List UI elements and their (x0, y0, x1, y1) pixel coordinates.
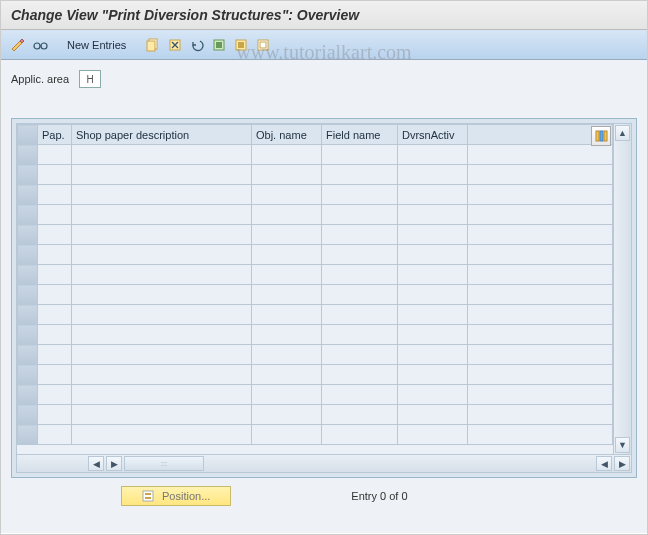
table-row[interactable] (18, 205, 613, 225)
vscroll-track[interactable] (614, 142, 631, 436)
cell-desc[interactable] (72, 205, 252, 225)
cell-dvrsn[interactable] (398, 145, 468, 165)
row-selector[interactable] (18, 385, 38, 405)
cell-obj[interactable] (252, 425, 322, 445)
column-field[interactable]: Field name (322, 125, 398, 145)
cell-field[interactable] (322, 265, 398, 285)
cell-desc[interactable] (72, 145, 252, 165)
cell-pap[interactable] (38, 385, 72, 405)
cell-desc[interactable] (72, 245, 252, 265)
column-obj[interactable]: Obj. name (252, 125, 322, 145)
table-row[interactable] (18, 305, 613, 325)
cell-obj[interactable] (252, 405, 322, 425)
table-row[interactable] (18, 145, 613, 165)
cell-dvrsn[interactable] (398, 305, 468, 325)
glasses-icon[interactable] (31, 36, 49, 54)
cell-desc[interactable] (72, 425, 252, 445)
row-selector[interactable] (18, 225, 38, 245)
cell-field[interactable] (322, 425, 398, 445)
row-selector[interactable] (18, 145, 38, 165)
table-settings-button[interactable] (591, 126, 611, 146)
vertical-scrollbar[interactable]: ▲ ▼ (613, 124, 631, 454)
cell-obj[interactable] (252, 265, 322, 285)
cell-pap[interactable] (38, 285, 72, 305)
row-selector[interactable] (18, 365, 38, 385)
cell-pap[interactable] (38, 305, 72, 325)
copy-icon[interactable] (144, 36, 162, 54)
cell-obj[interactable] (252, 385, 322, 405)
cell-obj[interactable] (252, 345, 322, 365)
row-selector[interactable] (18, 165, 38, 185)
cell-desc[interactable] (72, 225, 252, 245)
cell-field[interactable] (322, 305, 398, 325)
cell-pap[interactable] (38, 205, 72, 225)
table-row[interactable] (18, 405, 613, 425)
row-selector[interactable] (18, 265, 38, 285)
row-selector[interactable] (18, 205, 38, 225)
column-dvrsn[interactable]: DvrsnActiv (398, 125, 468, 145)
row-selector[interactable] (18, 185, 38, 205)
row-selector[interactable] (18, 405, 38, 425)
cell-dvrsn[interactable] (398, 365, 468, 385)
cell-desc[interactable] (72, 165, 252, 185)
cell-dvrsn[interactable] (398, 245, 468, 265)
cell-pap[interactable] (38, 405, 72, 425)
deselect-all-icon[interactable] (254, 36, 272, 54)
row-selector-header[interactable] (18, 125, 38, 145)
cell-field[interactable] (322, 365, 398, 385)
cell-pap[interactable] (38, 225, 72, 245)
cell-pap[interactable] (38, 185, 72, 205)
cell-field[interactable] (322, 245, 398, 265)
table-row[interactable] (18, 225, 613, 245)
table-row[interactable] (18, 325, 613, 345)
cell-pap[interactable] (38, 365, 72, 385)
table-row[interactable] (18, 285, 613, 305)
cell-obj[interactable] (252, 285, 322, 305)
cell-dvrsn[interactable] (398, 225, 468, 245)
cell-desc[interactable] (72, 265, 252, 285)
column-pap[interactable]: Pap. (38, 125, 72, 145)
hscroll-thumb[interactable]: ::: (124, 456, 204, 471)
cell-field[interactable] (322, 325, 398, 345)
row-selector[interactable] (18, 425, 38, 445)
scroll-down-icon[interactable]: ▼ (615, 437, 630, 453)
cell-obj[interactable] (252, 325, 322, 345)
cell-pap[interactable] (38, 345, 72, 365)
scroll-left-icon[interactable]: ◀ (88, 456, 104, 471)
cell-desc[interactable] (72, 285, 252, 305)
cell-obj[interactable] (252, 365, 322, 385)
cell-desc[interactable] (72, 305, 252, 325)
column-desc[interactable]: Shop paper description (72, 125, 252, 145)
cell-dvrsn[interactable] (398, 385, 468, 405)
cell-field[interactable] (322, 185, 398, 205)
cell-obj[interactable] (252, 225, 322, 245)
cell-dvrsn[interactable] (398, 345, 468, 365)
cell-dvrsn[interactable] (398, 425, 468, 445)
cell-dvrsn[interactable] (398, 165, 468, 185)
row-selector[interactable] (18, 325, 38, 345)
cell-pap[interactable] (38, 165, 72, 185)
cell-pap[interactable] (38, 265, 72, 285)
cell-pap[interactable] (38, 425, 72, 445)
position-button[interactable]: Position... (121, 486, 231, 506)
cell-dvrsn[interactable] (398, 205, 468, 225)
cell-field[interactable] (322, 225, 398, 245)
row-selector[interactable] (18, 245, 38, 265)
scroll-right-icon[interactable]: ▶ (106, 456, 122, 471)
table-row[interactable] (18, 345, 613, 365)
scroll-up-icon[interactable]: ▲ (615, 125, 630, 141)
cell-desc[interactable] (72, 325, 252, 345)
cell-field[interactable] (322, 345, 398, 365)
table-row[interactable] (18, 425, 613, 445)
cell-field[interactable] (322, 385, 398, 405)
select-block-icon[interactable] (232, 36, 250, 54)
row-selector[interactable] (18, 345, 38, 365)
scroll-right2-icon[interactable]: ▶ (614, 456, 630, 471)
cell-obj[interactable] (252, 305, 322, 325)
cell-dvrsn[interactable] (398, 265, 468, 285)
undo-icon[interactable] (188, 36, 206, 54)
cell-dvrsn[interactable] (398, 285, 468, 305)
cell-pap[interactable] (38, 145, 72, 165)
cell-obj[interactable] (252, 185, 322, 205)
cell-desc[interactable] (72, 345, 252, 365)
